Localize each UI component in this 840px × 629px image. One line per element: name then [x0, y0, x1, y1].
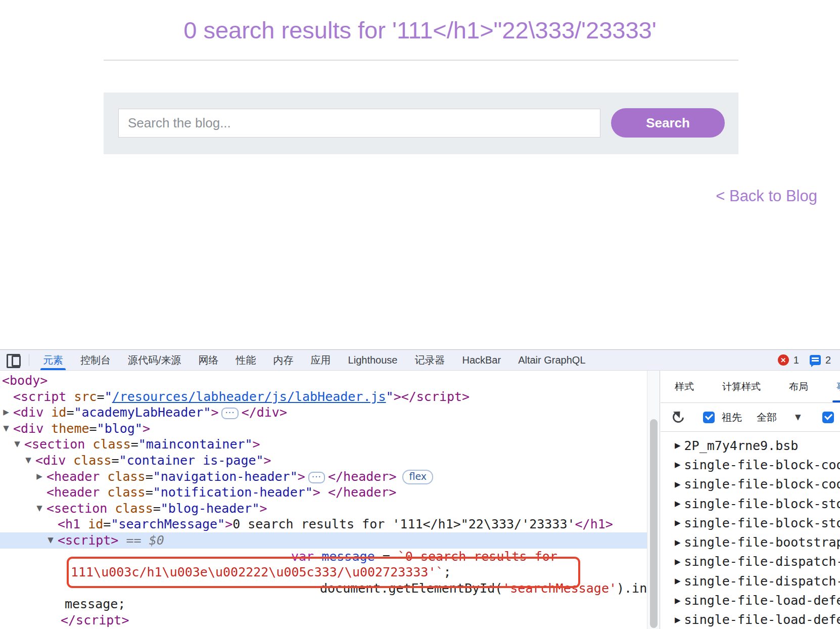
devtools-status: ✕ 1 2: [778, 354, 831, 366]
devtools-tab-7[interactable]: Lighthouse: [340, 350, 406, 370]
listener-name: single-file-bootstrap: [684, 535, 840, 550]
dom-tree-row-2[interactable]: ▶<div id="academyLabHeader">···</div>: [0, 405, 647, 421]
ancestors-checkbox[interactable]: [703, 412, 715, 423]
expand-arrow-icon[interactable]: ▶: [675, 596, 681, 605]
expand-arrow-icon[interactable]: ▶: [675, 518, 681, 527]
dom-tree-row-5[interactable]: ▼<div class="container is-page">: [0, 453, 647, 469]
dom-tree-row-1[interactable]: <script src="/resources/labheader/js/lab…: [0, 389, 647, 405]
tree-scrollbar[interactable]: [647, 371, 660, 629]
sidebar-tab-0[interactable]: 样式: [675, 371, 694, 402]
dom-tree-row-7[interactable]: <header class="notification-header"> </h…: [0, 484, 647, 501]
devtools-tab-4[interactable]: 性能: [227, 350, 265, 370]
sidebar-tab-2[interactable]: 布局: [789, 371, 808, 402]
collapse-arrow-icon[interactable]: ▼: [11, 436, 23, 453]
dom-tree-row-8[interactable]: ▼<section class="blog-header">: [0, 501, 647, 517]
dom-tree-row-10[interactable]: ▼<script> == $0: [0, 532, 647, 549]
listener-row-8[interactable]: ▶single-file-load-deferre: [661, 591, 840, 610]
dom-tree-row-11[interactable]: var message = `0 search results for: [0, 549, 647, 565]
expand-arrow-icon[interactable]: ▶: [675, 538, 681, 547]
expand-arrow-icon[interactable]: ▶: [675, 441, 681, 450]
expand-arrow-icon[interactable]: ▶: [675, 480, 681, 489]
devtools-tab-2[interactable]: 源代码/来源: [119, 350, 190, 370]
listener-row-0[interactable]: ▶2P_m7y4rne9.bsb: [661, 436, 840, 455]
devtools-tabbar-tabs: 元素控制台源代码/来源网络性能内存应用Lighthouse记录器HackBarA…: [34, 350, 594, 370]
code-val: "navigation-header": [153, 469, 298, 484]
expand-arrow-icon[interactable]: ▶: [33, 469, 45, 485]
code-dim: == $0: [118, 533, 164, 548]
listener-row-1[interactable]: ▶single-file-block-cookie: [661, 455, 840, 474]
devtools-tab-1[interactable]: 控制台: [72, 350, 119, 370]
listener-row-3[interactable]: ▶single-file-block-storag: [661, 494, 840, 513]
dom-tree-row-15[interactable]: </script>: [0, 612, 647, 628]
sidebar-tab-3[interactable]: 事件监听器: [836, 371, 840, 402]
error-icon[interactable]: ✕: [778, 354, 789, 366]
collapse-arrow-icon[interactable]: ▼: [44, 532, 57, 549]
collapse-arrow-icon[interactable]: ▼: [33, 501, 45, 517]
code-pun: =: [97, 389, 105, 404]
code-kw: var: [291, 549, 314, 564]
search-input[interactable]: [118, 109, 600, 138]
code-link[interactable]: /resources/labheader/js/labHeader.js: [112, 389, 386, 404]
code-tag: </div>: [242, 405, 287, 420]
expand-arrow-icon[interactable]: ▶: [675, 499, 681, 508]
framework-listeners-checkbox[interactable]: [822, 412, 834, 423]
dom-tree-row-0[interactable]: <body>: [0, 373, 647, 389]
code-val: "maincontainer": [138, 437, 253, 452]
listener-row-6[interactable]: ▶single-file-dispatch-scr: [661, 552, 840, 571]
code-flex[interactable]: flex: [402, 470, 433, 484]
dom-tree-row-4[interactable]: ▼<section class="maincontainer">: [0, 436, 647, 453]
expand-arrow-icon[interactable]: ▶: [675, 615, 681, 624]
device-toolbar-icon[interactable]: [7, 353, 22, 367]
listener-row-5[interactable]: ▶single-file-bootstrap: [661, 532, 840, 552]
refresh-icon[interactable]: [671, 410, 686, 425]
sidebar-tab-1[interactable]: 计算样式: [722, 371, 761, 402]
code-tag: >: [143, 421, 150, 436]
collapse-arrow-icon[interactable]: ▼: [0, 421, 12, 437]
dom-tree-row-9[interactable]: <h1 id="searchMessage">0 search results …: [0, 516, 647, 532]
search-panel: Search: [104, 93, 738, 154]
expand-arrow-icon[interactable]: ▶: [675, 460, 681, 469]
code-pun: =: [131, 437, 138, 452]
devtools-tab-8[interactable]: 记录器: [406, 350, 453, 370]
code-str: `0 search results for: [398, 549, 557, 564]
code-pun: =: [375, 549, 398, 564]
listener-name: single-file-block-storag: [684, 497, 840, 511]
back-to-blog-link[interactable]: < Back to Blog: [716, 187, 817, 205]
devtools-tab-10[interactable]: Altair GraphQL: [509, 350, 594, 370]
dom-tree-row-12[interactable]: 111\u003c/h1\u003e\u002222\u005c333/\u00…: [0, 564, 647, 580]
devtools-tab-5[interactable]: 内存: [265, 350, 302, 370]
devtools-tab-6[interactable]: 应用: [302, 350, 340, 370]
collapse-arrow-icon[interactable]: ▼: [22, 453, 34, 469]
code-tag: <header: [46, 485, 100, 500]
code-val: "blog": [97, 421, 143, 436]
chevron-down-icon[interactable]: ▼: [795, 413, 801, 422]
expand-arrow-icon[interactable]: ▶: [675, 557, 681, 566]
code-pun: =: [103, 517, 111, 531]
listener-row-9[interactable]: ▶single-file-load-deferre: [661, 610, 840, 629]
listener-filter-select[interactable]: 全部: [757, 411, 777, 424]
message-icon[interactable]: [810, 355, 821, 365]
search-button[interactable]: Search: [611, 108, 725, 138]
code-attr: id: [80, 517, 103, 531]
devtools-tab-9[interactable]: HackBar: [453, 350, 509, 370]
code-pun: =: [146, 485, 153, 500]
expand-arrow-icon[interactable]: ▶: [0, 405, 12, 421]
code-attr: class: [85, 437, 130, 452]
code-ell[interactable]: ···: [221, 408, 238, 419]
devtools-tab-0[interactable]: 元素: [34, 350, 72, 370]
listener-row-4[interactable]: ▶single-file-block-storag: [661, 513, 840, 532]
code-ell[interactable]: ···: [308, 472, 325, 483]
devtools-tab-3[interactable]: 网络: [190, 350, 227, 370]
dom-tree-row-3[interactable]: ▼<div theme="blog">: [0, 421, 647, 437]
dom-tree-row-14[interactable]: message;: [0, 596, 647, 612]
listener-row-2[interactable]: ▶single-file-block-cookie: [661, 475, 840, 494]
code-tag: <div: [13, 421, 43, 436]
error-count: 1: [794, 354, 799, 366]
listener-row-7[interactable]: ▶single-file-dispatch-scr: [661, 571, 840, 591]
expand-arrow-icon[interactable]: ▶: [675, 576, 681, 586]
code-tag: <h1: [58, 517, 80, 531]
tree-scrollbar-thumb[interactable]: [650, 419, 658, 628]
dom-tree-row-13[interactable]: document.getElementById('searchMessage')…: [0, 580, 647, 597]
message-count: 2: [825, 354, 831, 366]
dom-tree-row-6[interactable]: ▶<header class="navigation-header">···</…: [0, 469, 647, 485]
